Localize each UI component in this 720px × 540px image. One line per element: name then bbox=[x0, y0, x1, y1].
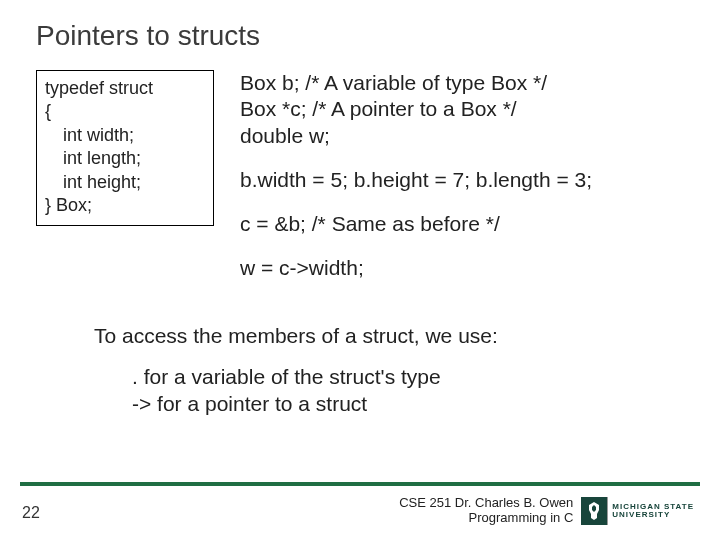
code-line: b.width = 5; b.height = 7; b.length = 3; bbox=[240, 167, 690, 193]
access-block: w = c->width; bbox=[240, 255, 690, 281]
slide: Pointers to structs typedef struct { int… bbox=[0, 0, 720, 540]
explain-list: . for a variable of the struct's type ->… bbox=[132, 363, 690, 418]
footer-credit: CSE 251 Dr. Charles B. Owen Programming … bbox=[399, 496, 573, 526]
footer-line1: CSE 251 Dr. Charles B. Owen bbox=[399, 496, 573, 511]
msu-logo: MICHIGAN STATE UNIVERSITY bbox=[581, 497, 700, 525]
code-line: typedef struct bbox=[45, 77, 203, 100]
footer-right: CSE 251 Dr. Charles B. Owen Programming … bbox=[399, 496, 700, 526]
code-line: Box b; /* A variable of type Box */ bbox=[240, 70, 690, 96]
footer-line2: Programming in C bbox=[399, 511, 573, 526]
page-number: 22 bbox=[22, 504, 40, 522]
right-code-block: Box b; /* A variable of type Box */ Box … bbox=[240, 70, 690, 300]
code-line: Box *c; /* A pointer to a Box */ bbox=[240, 96, 690, 122]
assignment-block: b.width = 5; b.height = 7; b.length = 3; bbox=[240, 167, 690, 193]
code-line: int width; bbox=[45, 124, 203, 147]
declarations-block: Box b; /* A variable of type Box */ Box … bbox=[240, 70, 690, 149]
code-line: int length; bbox=[45, 147, 203, 170]
spartan-icon bbox=[586, 501, 602, 521]
msu-line2: UNIVERSITY bbox=[612, 511, 694, 519]
explain-intro: To access the members of a struct, we us… bbox=[94, 322, 690, 349]
code-line: { bbox=[45, 100, 203, 123]
code-line: double w; bbox=[240, 123, 690, 149]
pointer-assign-block: c = &b; /* Same as before */ bbox=[240, 211, 690, 237]
code-line: c = &b; /* Same as before */ bbox=[240, 211, 690, 237]
explain-dot: . for a variable of the struct's type bbox=[132, 363, 690, 390]
top-row: typedef struct { int width; int length; … bbox=[36, 70, 690, 300]
spartan-icon-box bbox=[581, 497, 607, 525]
code-line: int height; bbox=[45, 171, 203, 194]
msu-wordmark: MICHIGAN STATE UNIVERSITY bbox=[607, 497, 700, 525]
struct-definition-box: typedef struct { int width; int length; … bbox=[36, 70, 214, 226]
code-line: w = c->width; bbox=[240, 255, 690, 281]
slide-title: Pointers to structs bbox=[36, 20, 690, 52]
code-line: } Box; bbox=[45, 194, 203, 217]
explain-arrow: -> for a pointer to a struct bbox=[132, 390, 690, 417]
footer-rule bbox=[20, 482, 700, 486]
